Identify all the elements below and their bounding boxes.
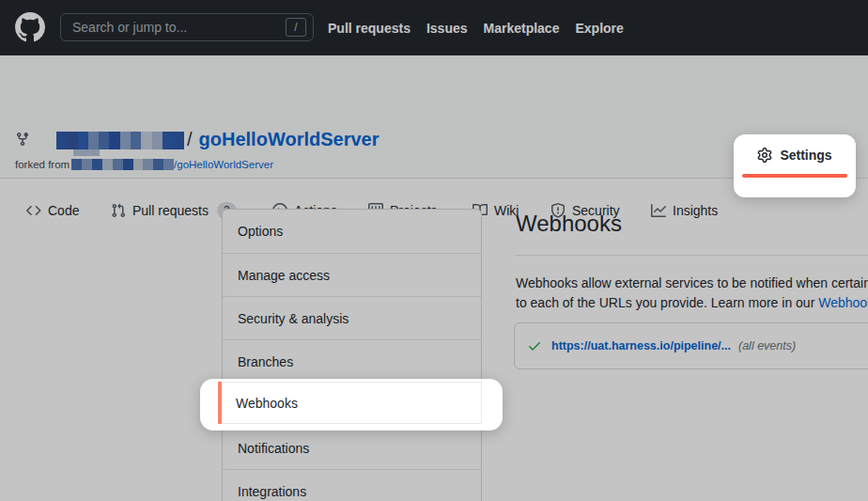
active-tab-underline — [742, 174, 847, 178]
tab-settings[interactable]: Settings — [734, 134, 856, 197]
webhooks-spotlight: Webhooks — [200, 379, 503, 431]
gear-icon — [757, 148, 772, 163]
sidebar-item-label: Webhooks — [236, 396, 298, 411]
tab-label: Settings — [780, 148, 831, 163]
sidebar-item-webhooks[interactable]: Webhooks — [222, 382, 482, 424]
